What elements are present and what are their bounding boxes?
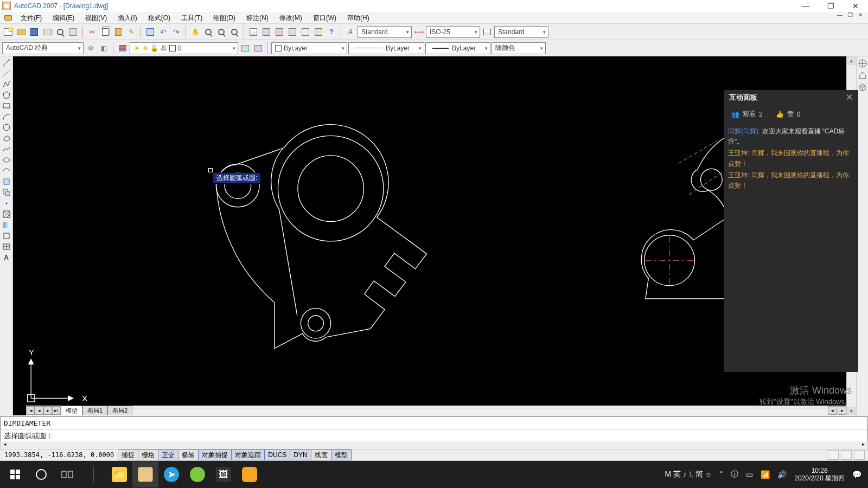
menu-format[interactable]: 格式(O) bbox=[143, 12, 176, 24]
file-explorer-taskbar[interactable]: 📁 bbox=[106, 461, 132, 487]
menu-help[interactable]: 帮助(H) bbox=[342, 12, 375, 24]
zoom-window-button[interactable] bbox=[215, 26, 227, 38]
scroll-up[interactable]: ▴ bbox=[847, 56, 856, 65]
layer-previous-button[interactable] bbox=[239, 42, 251, 54]
menu-window[interactable]: 窗口(W) bbox=[308, 12, 342, 24]
otrack-toggle[interactable]: 对象追踪 bbox=[231, 450, 265, 460]
cortana-button[interactable] bbox=[28, 461, 54, 487]
undo-button[interactable]: ↶ bbox=[157, 26, 169, 38]
dim-style-icon[interactable]: ⟼ bbox=[413, 26, 425, 38]
menu-draw[interactable]: 绘图(D) bbox=[208, 12, 241, 24]
autocad-taskbar[interactable] bbox=[132, 461, 158, 487]
quickcalc-button[interactable] bbox=[312, 26, 324, 38]
grid-toggle[interactable]: 栅格 bbox=[138, 450, 158, 460]
layer-combo[interactable]: ☀ ❄ 🔓 🖶 0 ▾ bbox=[130, 42, 238, 54]
workspace-combo[interactable]: AutoCAD 经典▾ bbox=[2, 42, 84, 54]
maximize-button[interactable]: ❐ bbox=[818, 0, 843, 12]
polar-toggle[interactable]: 极轴 bbox=[178, 450, 199, 460]
dim-style-combo[interactable]: ISO-25▾ bbox=[426, 26, 480, 38]
osnap-toggle[interactable]: 对象捕捉 bbox=[198, 450, 232, 460]
doc-restore[interactable]: ❐ bbox=[848, 12, 853, 18]
text-style-icon[interactable]: A bbox=[344, 26, 356, 38]
markup-button[interactable] bbox=[299, 26, 311, 38]
annotation-scale-icon[interactable] bbox=[828, 450, 839, 460]
zoom-realtime-button[interactable] bbox=[202, 26, 214, 38]
linetype-combo[interactable]: ByLayer▾ bbox=[348, 42, 424, 54]
drawing-canvas[interactable]: X Y 选择圆弧或圆: I◂ ◂ ▸ ▸I 模型 布局1 布局2 ◂ ▸ bbox=[13, 56, 846, 415]
mtext-tool[interactable]: A bbox=[1, 253, 12, 262]
hscroll-right[interactable]: ▸ bbox=[838, 406, 846, 415]
ortho-toggle[interactable]: 正交 bbox=[158, 450, 178, 460]
model-toggle[interactable]: 模型 bbox=[331, 450, 352, 460]
app-menu-icon[interactable] bbox=[3, 13, 13, 23]
ellipse-tool[interactable] bbox=[1, 155, 12, 165]
tool-palettes-button[interactable] bbox=[273, 26, 285, 38]
wifi-icon[interactable]: 📶 bbox=[761, 470, 770, 479]
match-prop-button[interactable]: ✎ bbox=[125, 26, 137, 38]
task-view-button[interactable] bbox=[54, 461, 80, 487]
lock-ui-icon[interactable] bbox=[841, 450, 852, 460]
battery-icon[interactable]: ▭ bbox=[746, 470, 753, 479]
cut-button[interactable]: ✂ bbox=[86, 26, 98, 38]
ellipse-arc-tool[interactable] bbox=[1, 166, 12, 176]
line-tool[interactable] bbox=[1, 57, 12, 67]
ducs-toggle[interactable]: DUCS bbox=[264, 450, 290, 460]
revcloud-tool[interactable] bbox=[1, 133, 12, 143]
command-window[interactable]: DIMDIAMETER 选择圆弧或圆： bbox=[0, 416, 868, 442]
properties-button[interactable] bbox=[247, 26, 259, 38]
tab-layout2[interactable]: 布局2 bbox=[107, 406, 132, 415]
insert-block-tool[interactable] bbox=[1, 177, 12, 187]
panel-close-button[interactable]: ✕ bbox=[846, 92, 853, 102]
print-button[interactable] bbox=[41, 26, 53, 38]
save-button[interactable] bbox=[28, 26, 40, 38]
menu-view[interactable]: 视图(V) bbox=[80, 12, 112, 24]
help-button[interactable]: ? bbox=[326, 26, 337, 38]
start-button[interactable] bbox=[2, 461, 28, 487]
command-prompt-line[interactable]: 选择圆弧或圆： bbox=[1, 429, 867, 442]
table-style-icon[interactable] bbox=[481, 26, 493, 38]
menu-edit[interactable]: 编辑(E) bbox=[47, 12, 80, 24]
text-style-combo[interactable]: Standard▾ bbox=[358, 26, 412, 38]
tab-last-button[interactable]: ▸I bbox=[52, 406, 61, 415]
pan-button[interactable]: ✋ bbox=[189, 26, 201, 38]
close-button[interactable]: ✕ bbox=[843, 0, 868, 12]
layer-states-button[interactable] bbox=[252, 42, 264, 54]
spline-tool[interactable] bbox=[1, 144, 12, 154]
tab-layout1[interactable]: 布局1 bbox=[82, 406, 107, 415]
tray-chevron-icon[interactable]: ˄ bbox=[719, 470, 723, 479]
designcenter-button[interactable] bbox=[260, 26, 272, 38]
cursor-coordinates[interactable]: 1993.3854, -116.6238, 0.0000 bbox=[0, 451, 118, 459]
app-blue-taskbar[interactable]: ➤ bbox=[158, 461, 184, 487]
photos-taskbar[interactable]: 🖼 bbox=[210, 461, 237, 487]
menu-file[interactable]: 文件(F) bbox=[15, 12, 47, 24]
menu-tools[interactable]: 工具(T) bbox=[176, 12, 208, 24]
tab-prev-button[interactable]: ◂ bbox=[35, 406, 43, 415]
print-preview-button[interactable] bbox=[54, 26, 66, 38]
tab-next-button[interactable]: ▸ bbox=[43, 406, 52, 415]
zoom-previous-button[interactable] bbox=[228, 26, 240, 38]
minimize-button[interactable]: — bbox=[793, 0, 818, 12]
taskbar-clock[interactable]: 10:28 2020/2/20 星期四 bbox=[794, 467, 845, 483]
table-style-combo[interactable]: Standard▾ bbox=[494, 26, 548, 38]
app-green-taskbar[interactable] bbox=[184, 461, 210, 487]
doc-close[interactable]: ✕ bbox=[858, 12, 863, 18]
tab-model[interactable]: 模型 bbox=[61, 406, 82, 415]
gradient-tool[interactable] bbox=[1, 220, 12, 230]
point-tool[interactable] bbox=[1, 198, 12, 208]
paste-button[interactable] bbox=[112, 26, 124, 38]
nav-home-icon[interactable] bbox=[858, 70, 867, 80]
menu-insert[interactable]: 插入(I) bbox=[112, 12, 142, 24]
construction-line-tool[interactable] bbox=[1, 68, 12, 78]
polygon-tool[interactable] bbox=[1, 90, 12, 100]
workspace-lock-button[interactable]: ◧ bbox=[98, 42, 110, 54]
action-center-icon[interactable]: 💬 bbox=[852, 470, 861, 479]
polyline-tool[interactable] bbox=[1, 79, 12, 89]
scroll-down[interactable]: ▾ bbox=[847, 407, 856, 415]
color-combo[interactable]: ByLayer▾ bbox=[271, 42, 347, 54]
menu-modify[interactable]: 修改(M) bbox=[274, 12, 308, 24]
new-button[interactable] bbox=[2, 26, 14, 38]
menu-dimension[interactable]: 标注(N) bbox=[241, 12, 274, 24]
doc-minimize[interactable]: — bbox=[837, 12, 843, 18]
app-orange-taskbar[interactable] bbox=[237, 461, 263, 487]
region-tool[interactable] bbox=[1, 231, 12, 241]
